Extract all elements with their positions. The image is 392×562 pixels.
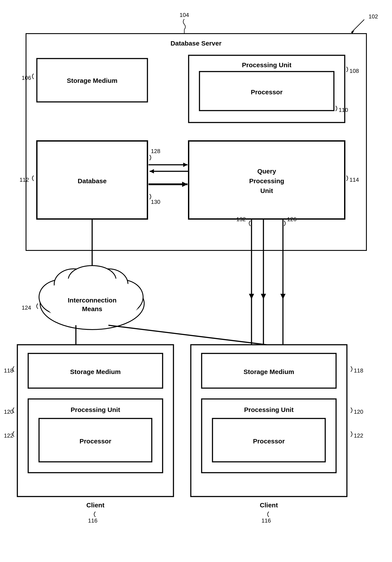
ref-104: 104 bbox=[180, 12, 189, 18]
processing-unit-right-label: Processing Unit bbox=[244, 406, 294, 413]
processing-unit-label-108: Processing Unit bbox=[242, 61, 291, 69]
svg-marker-8 bbox=[182, 182, 187, 187]
ref-122-left: 122 bbox=[4, 432, 13, 439]
ref-120-left: 120 bbox=[4, 409, 13, 415]
client-right-label: Client bbox=[260, 502, 278, 509]
ref-120-right: 120 bbox=[354, 409, 363, 415]
storage-medium-right-label: Storage Medium bbox=[243, 368, 294, 375]
qpu-label-line3: Unit bbox=[260, 187, 273, 194]
ref-116-left: 116 bbox=[88, 517, 97, 524]
svg-line-0 bbox=[351, 20, 364, 33]
ref-106: 106 bbox=[22, 75, 31, 81]
interconnection-label-line1: Interconnection bbox=[68, 297, 116, 304]
interconnection-label-line2: Means bbox=[82, 305, 102, 312]
storage-medium-left-label: Storage Medium bbox=[70, 368, 121, 375]
ref-114: 114 bbox=[349, 176, 359, 183]
ref-102: 102 bbox=[369, 13, 378, 20]
client-left-label: Client bbox=[86, 502, 104, 509]
qpu-label-line2: Processing bbox=[249, 177, 284, 185]
svg-marker-4 bbox=[183, 163, 187, 167]
ref-132: 132 bbox=[236, 216, 246, 222]
processor-left-label: Processor bbox=[80, 438, 111, 445]
database-label: Database bbox=[78, 177, 106, 185]
processor-right-label: Processor bbox=[253, 438, 285, 445]
qpu-label-line1: Query bbox=[257, 168, 276, 175]
ref-118-left: 118 bbox=[4, 367, 13, 374]
storage-medium-label-106: Storage Medium bbox=[67, 77, 117, 84]
diagram-container: 102 104 Database Server Storage Medium 1… bbox=[0, 0, 392, 562]
ref-110: 110 bbox=[339, 107, 348, 113]
svg-marker-13 bbox=[261, 294, 266, 299]
database-server-label: Database Server bbox=[170, 40, 221, 47]
ref-112: 112 bbox=[20, 176, 29, 183]
processing-unit-left-label: Processing Unit bbox=[71, 406, 120, 413]
ref-108: 108 bbox=[349, 68, 359, 74]
svg-line-25 bbox=[108, 325, 267, 345]
ref-118-right: 118 bbox=[354, 367, 363, 374]
svg-marker-14 bbox=[280, 294, 286, 299]
ref-124: 124 bbox=[22, 304, 31, 311]
svg-marker-12 bbox=[249, 294, 254, 299]
ref-116-right: 116 bbox=[262, 517, 271, 524]
svg-marker-6 bbox=[150, 169, 154, 174]
processor-label-110: Processor bbox=[251, 88, 283, 96]
ref-130: 130 bbox=[151, 199, 160, 205]
ref-126: 126 bbox=[287, 216, 296, 222]
ref-128: 128 bbox=[151, 148, 160, 154]
ref-122-right: 122 bbox=[354, 432, 363, 439]
